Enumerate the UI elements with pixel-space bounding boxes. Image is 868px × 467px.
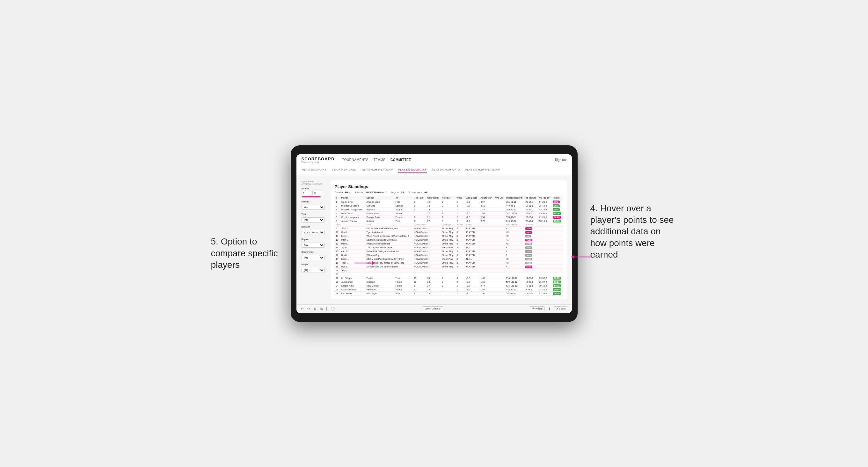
cell-wins: 1 [455,200,465,204]
logo-block: SCOREBOARD Powered by clippi [302,157,335,163]
sub-nav-team-summary[interactable]: TEAM SUMMARY [302,168,327,173]
table-row: 24 Bastien Amat New Mexico Fourth 1 27 2… [335,284,563,287]
cell-player[interactable]: Petr Hruby [340,291,365,295]
undo-button[interactable]: ↩ [300,306,304,311]
region-filter-value: All [401,191,404,194]
clock-button[interactable]: 🕐 [330,306,335,311]
cell-status: PLAYED [465,226,479,230]
table-row: 22 Ian Gilligan Florida Third 10 24 1 0 … [335,276,563,280]
footer-toolbar: ↩ ↪ ⚙ ⧉ | 🕐 View: Original 👁 Watch ⬇ ↗ S… [297,305,572,313]
sub-nav-player-summary[interactable]: PLAYER SUMMARY [398,168,427,173]
cell-player[interactable]: Jack Lundin [340,280,365,284]
sub-nav-team-h2h-heatmap[interactable]: TEAM H2H HEATMAP [362,168,393,173]
sub-nav-player-h2h-heatmap[interactable]: PLAYER H2H HEATMAP [465,168,500,173]
no-rds-to-input[interactable] [312,191,322,195]
watch-button[interactable]: 👁 Watch [530,306,545,311]
cell-points[interactable]: 70.2 [552,208,563,211]
division-select[interactable]: NCAA Division I [302,230,324,235]
cell-player[interactable]: Christo Lamprecht [340,215,365,219]
conference-filter-display: Conference: All [409,191,428,194]
sign-out-link[interactable]: Sign out [555,158,567,162]
cell-points[interactable]: 88.34 [552,211,563,215]
download-button[interactable]: ⬇ [547,306,551,311]
toolbar-left: ↩ ↪ ⚙ ⧉ | 🕐 [300,306,336,311]
event-row: 17 Luke l... SEC Match Play hosted by Je… [335,257,563,261]
copy-button[interactable]: ⧉ [320,306,323,311]
table-row-jackson: 6 Jackson Kolson Auburn First 2 27 8 2 -… [335,219,563,223]
cell-player[interactable]: Cole Sherwood [340,287,365,291]
cell-conf-rank: 18 [426,208,440,211]
cell-school: Georgia Tech [365,215,394,219]
col-no-rds: No Rds. [440,196,455,200]
filter-region: Region N/A [302,238,327,248]
cell-event-div: NCAA Division I [412,226,440,230]
cell-wins: 1 [455,204,465,208]
col-school: School [365,196,394,200]
view-original-button[interactable]: View: Original [422,306,443,311]
sub-nav-player-h2h-grid[interactable]: PLAYER H2H GRID [432,168,460,173]
year-select[interactable]: (All) [302,217,324,222]
cell-yr: Second [394,204,412,208]
cell-points[interactable]: 68.18 [552,219,563,223]
gender-filter-display: Gender: Men [335,191,350,194]
table-row: 21 ... [335,272,563,276]
divider-button: | [326,306,328,311]
sub-nav: TEAM SUMMARY TEAM H2H GRID TEAM H2H HEAT… [297,166,572,175]
cell-vs-top25: 28-12-7 [524,219,538,223]
player-select[interactable]: (All) [302,268,324,273]
cell-points[interactable]: 80.89 [552,215,563,219]
cell-player[interactable]: Michael Thorbjornsen [340,208,365,211]
event-row: 15 Alex C... Fallen Oak Collegiate Invit… [335,249,563,253]
event-row: 18 Tiger ... SEC Stroke Play hosted by J… [335,261,563,264]
cell-player[interactable]: Michael La Sasso [340,204,365,208]
event-row: 19 Mott l... Mirobel Maui Jim Intercolle… [335,264,563,269]
cell-player[interactable]: Bastien Amat [340,284,365,287]
cell-rank: 5 [335,215,340,219]
cell-player[interactable]: Luke Claton [340,211,365,215]
cell-overall: 547-142-38 [505,211,524,215]
cell-wins: 2 [455,215,465,219]
cell-ev-player: Jacob ... [340,226,365,230]
cell-school: Stanford [365,208,394,211]
nav-committee[interactable]: COMMITTEE [391,157,411,162]
col-avg-to-par: Avg to Par [479,196,493,200]
cell-points[interactable]: 76.3 [552,204,563,208]
no-rds-label: No Rds. [302,187,327,190]
cell-overall: 209-86-13 [505,208,524,211]
no-rds-slider[interactable] [302,196,321,197]
region-select[interactable]: N/A [302,243,324,248]
cell-conf-rank: 27 [426,211,440,215]
event-row: 14 Jake l... The Cypress Point Classic N… [335,245,563,249]
toolbar-right: 👁 Watch ⬇ ↗ Share [530,306,568,311]
cell-points[interactable]: 88.2 [552,200,563,204]
no-rds-from-input[interactable] [302,191,311,195]
cell-rounds: 3 [455,226,465,230]
sidebar-filters: Update time: 27/01/2024 16:56:26 No Rds. [302,180,327,299]
filter-gender: Gender Men [302,200,327,210]
cell-conf-rank: 15 [426,200,440,204]
cell-reg-rank: 5 [412,211,426,215]
gender-select[interactable]: Men [302,205,324,210]
cell-overall: 381-61-11 [505,200,524,204]
cell-no-rds: 0 [440,204,455,208]
redo-button[interactable]: ↪ [307,306,310,311]
cell-player[interactable]: Jackson Kolson [340,219,365,223]
cell-rank: 3 [335,208,340,211]
cell-yr: First [394,200,412,204]
tablet-frame: SCOREBOARD Powered by clippi TOURNAMENTS… [291,145,578,322]
cell-adj-score: -1.6 [465,211,479,215]
cell-player[interactable]: Wenyi Ding [340,200,365,204]
conference-select[interactable]: (All) [302,255,324,260]
share-button[interactable]: ↗ Share [554,306,568,311]
col-conf-rank: Conf Rank [426,196,440,200]
cell-rank: 2 [335,204,340,208]
nav-tournaments[interactable]: TOURNAMENTS [342,157,369,162]
cell-w-points[interactable]: 22.64 [524,226,563,230]
sub-nav-team-h2h-grid[interactable]: TEAM H2H GRID [332,168,356,173]
toolbar-center: View: Original [422,306,443,311]
nav-teams[interactable]: TEAMS [374,157,385,162]
cell-player[interactable]: Ian Gilligan [340,276,365,280]
settings-button[interactable]: ⚙ [313,306,317,311]
region-filter-display: Region: All [391,191,404,194]
cell-school: Auburn [365,219,394,223]
